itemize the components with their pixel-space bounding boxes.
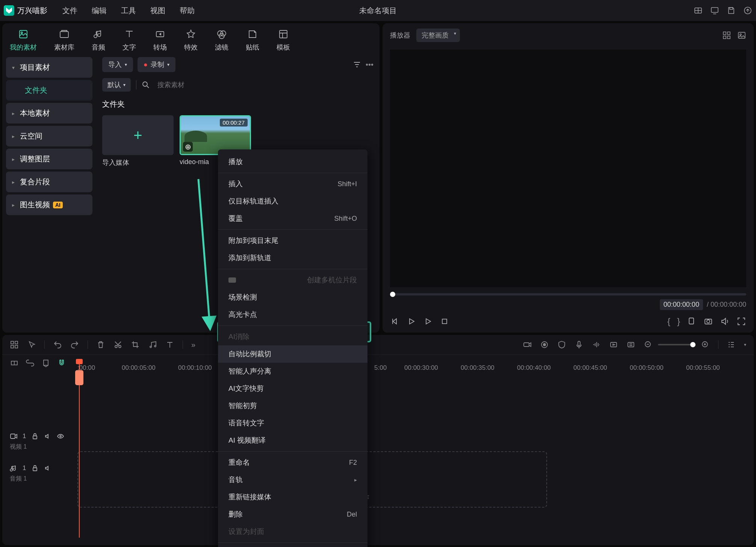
play-icon[interactable] — [407, 316, 416, 326]
timecode-current[interactable]: 00:00:00:00 — [660, 299, 703, 310]
ctx-item[interactable]: 自动比例裁切 — [218, 345, 367, 363]
layout-icon[interactable] — [694, 6, 703, 15]
grid-view-icon[interactable] — [722, 31, 731, 40]
monitor-icon[interactable] — [710, 6, 719, 15]
sidebar-item-compound[interactable]: ▸复合片段 — [6, 172, 92, 192]
tl-rec-icon[interactable] — [540, 340, 549, 349]
tab-text[interactable]: 文字 — [122, 29, 136, 52]
ctx-item[interactable]: 智能初剪 — [218, 397, 367, 414]
sort-dropdown[interactable]: 默认▾ — [102, 78, 131, 92]
ctx-item[interactable]: 删除Del — [218, 506, 367, 523]
tl-marker2-icon[interactable] — [41, 359, 50, 368]
tab-transitions[interactable]: 转场 — [153, 29, 167, 52]
ctx-item[interactable]: 重命名F2 — [218, 454, 367, 471]
sidebar-item-cloud[interactable]: ▸云空间 — [6, 126, 92, 146]
tl-magnet-icon[interactable] — [57, 359, 66, 368]
tl-cam-icon[interactable] — [523, 340, 532, 349]
save-icon[interactable] — [727, 6, 736, 15]
tab-stock[interactable]: 素材库 — [54, 29, 74, 52]
audio-track-header[interactable]: 1 — [10, 464, 74, 472]
redo-icon[interactable] — [70, 340, 79, 349]
tl-insert-icon[interactable] — [10, 359, 19, 368]
tl-render-icon[interactable] — [609, 340, 618, 349]
menu-tools[interactable]: 工具 — [121, 6, 136, 16]
lock-icon[interactable] — [31, 464, 39, 472]
cut-icon[interactable] — [113, 340, 122, 349]
menu-file[interactable]: 文件 — [62, 6, 77, 16]
ctx-item[interactable]: 仅目标轨道插入 — [218, 193, 367, 210]
zoom-in-icon[interactable] — [701, 340, 710, 349]
menu-edit[interactable]: 编辑 — [92, 6, 107, 16]
ctx-item[interactable]: 附加到项目末尾 — [218, 232, 367, 249]
play-outline-icon[interactable] — [423, 316, 433, 326]
ctx-item[interactable]: 音轨▸ — [218, 471, 367, 488]
ctx-item[interactable]: 插入Shift+I — [218, 175, 367, 193]
sidebar-item-local[interactable]: ▸本地素材 — [6, 103, 92, 124]
tab-effects[interactable]: 特效 — [184, 29, 198, 52]
tab-my-media[interactable]: 我的素材 — [10, 29, 37, 52]
crop-icon[interactable] — [131, 340, 140, 349]
filter-icon[interactable] — [353, 60, 361, 69]
tab-filters[interactable]: 滤镜 — [215, 29, 228, 52]
tl-cursor-icon[interactable] — [27, 340, 36, 349]
tab-audio[interactable]: 音频 — [92, 29, 105, 52]
ctx-item[interactable]: 添加到新轨道 — [218, 249, 367, 267]
stop-icon[interactable] — [440, 316, 449, 326]
more-icon[interactable]: ••• — [366, 60, 373, 69]
prev-frame-icon[interactable] — [390, 316, 400, 326]
tab-templates[interactable]: 模板 — [277, 29, 290, 52]
image-icon[interactable] — [737, 31, 746, 40]
export-icon[interactable] — [743, 6, 752, 15]
tl-audio-icon[interactable] — [592, 340, 601, 349]
preview-scrubber[interactable] — [390, 293, 746, 295]
ctx-item[interactable]: 场景检测 — [218, 289, 367, 306]
marker-icon[interactable] — [687, 316, 697, 326]
snapshot-icon[interactable] — [703, 316, 713, 326]
volume-icon[interactable] — [720, 316, 730, 326]
preview-quality-dropdown[interactable]: 完整画质 — [416, 29, 460, 42]
lock-icon[interactable] — [31, 432, 39, 440]
tl-more-icon[interactable]: » — [191, 341, 195, 349]
ctx-item[interactable]: 覆盖Shift+O — [218, 210, 367, 227]
tl-shield-icon[interactable] — [557, 340, 566, 349]
tl-layout-icon[interactable] — [10, 340, 19, 349]
mute-icon[interactable] — [44, 432, 51, 440]
ctx-item[interactable]: 重新链接媒体 — [218, 488, 367, 506]
sidebar-item-folder[interactable]: 文件夹 — [6, 80, 92, 101]
tl-fit-icon[interactable] — [626, 340, 635, 349]
fullscreen-icon[interactable] — [736, 316, 746, 326]
sidebar-item-project-media[interactable]: ▾项目素材 — [6, 57, 92, 78]
undo-icon[interactable] — [53, 340, 62, 349]
brace-open[interactable]: { — [667, 316, 670, 327]
ctx-item[interactable]: AI 视频翻译 — [218, 432, 367, 449]
menu-help[interactable]: 帮助 — [180, 6, 195, 16]
delete-icon[interactable] — [96, 340, 105, 349]
import-media-tile[interactable]: + 导入媒体 — [102, 115, 174, 167]
search-input[interactable] — [155, 79, 373, 91]
music-icon[interactable] — [148, 340, 157, 349]
tab-stickers[interactable]: 贴纸 — [246, 29, 259, 52]
brace-close[interactable]: } — [677, 316, 680, 327]
ctx-item[interactable]: 语音转文字 — [218, 414, 367, 432]
sidebar-item-adjust[interactable]: ▸调整图层 — [6, 149, 92, 169]
sidebar-item-img2video[interactable]: ▸图生视频AI — [6, 194, 92, 215]
add-to-timeline-icon[interactable]: ⊕ — [183, 142, 193, 152]
timeline-ruler[interactable]: :00:00 00:00:05:00 00:00:10:00 5:00 00:0… — [77, 364, 746, 375]
ctx-item[interactable]: 高光卡点 — [218, 306, 367, 323]
ctx-item[interactable]: 上传到喵影云 — [218, 545, 367, 547]
tl-link-icon[interactable] — [26, 359, 35, 368]
menu-view[interactable]: 视图 — [150, 6, 165, 16]
tl-mic-icon[interactable] — [575, 340, 584, 349]
preview-canvas[interactable] — [390, 50, 746, 287]
record-button[interactable]: ●录制▾ — [138, 57, 175, 72]
ctx-item[interactable]: 播放 — [218, 153, 367, 170]
import-button[interactable]: 导入▾ — [102, 57, 133, 72]
tl-list-icon[interactable] — [727, 340, 736, 349]
ctx-item[interactable]: 智能人声分离 — [218, 363, 367, 380]
mute-icon[interactable] — [44, 464, 51, 472]
zoom-out-icon[interactable] — [644, 340, 653, 349]
text-icon[interactable] — [165, 340, 174, 349]
eye-icon[interactable] — [57, 432, 64, 440]
video-track-header[interactable]: 1 — [10, 432, 74, 440]
zoom-slider[interactable] — [658, 344, 696, 345]
